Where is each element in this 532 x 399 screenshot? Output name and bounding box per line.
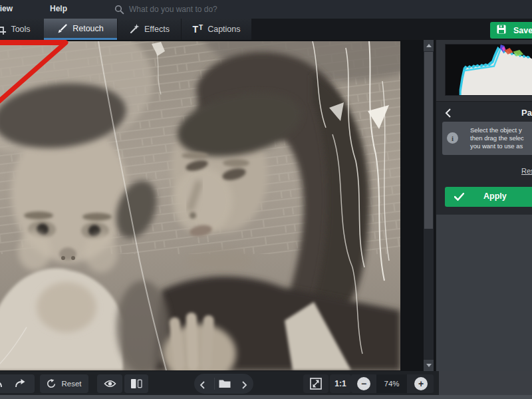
reset-label: Reset xyxy=(61,380,81,388)
tab-retouch[interactable]: Retouch xyxy=(44,19,117,40)
reset-tool-link[interactable]: Reset xyxy=(521,167,532,175)
tab-bar: Tools Retouch Effects TT Captions xyxy=(0,19,532,40)
tab-label: Captions xyxy=(207,25,240,34)
canvas-area xyxy=(0,40,436,371)
zoom-level: 74% xyxy=(376,374,407,393)
chevron-left-icon xyxy=(200,381,205,389)
info-note: i Select the object y then drag the sele… xyxy=(442,122,532,155)
save-button[interactable]: Save xyxy=(490,22,532,39)
scrollbar-thumb[interactable] xyxy=(424,52,433,229)
brush-icon xyxy=(57,23,68,34)
next-photo-button[interactable] xyxy=(242,380,247,392)
undo-redo-group xyxy=(0,374,35,393)
photo-navigation xyxy=(194,374,253,394)
chevron-right-icon xyxy=(242,381,247,389)
undo-button[interactable] xyxy=(0,379,3,388)
tab-label: Tools xyxy=(11,25,30,34)
info-icon: i xyxy=(447,132,458,144)
apply-button[interactable]: Apply xyxy=(445,187,532,207)
fit-to-screen-button[interactable] xyxy=(303,374,329,393)
panel-bottom-area xyxy=(439,371,532,395)
panel-divider xyxy=(436,101,532,102)
save-label: Save xyxy=(513,26,532,35)
photo-being-edited[interactable] xyxy=(0,41,400,370)
panel-lower-area xyxy=(436,214,532,371)
scroll-up-button[interactable] xyxy=(424,40,434,51)
tab-label: Retouch xyxy=(72,24,104,33)
crop-icon xyxy=(0,25,6,35)
redo-button[interactable] xyxy=(14,379,26,388)
undo-icon xyxy=(0,379,3,388)
text-icon: TT xyxy=(192,25,203,34)
reset-icon xyxy=(47,379,56,388)
bottom-toolbar: Reset 1:1 − 74% + xyxy=(0,371,439,395)
window-bottom-strip xyxy=(0,395,532,399)
zoom-controls: − 74% + xyxy=(351,374,434,393)
magic-wand-icon xyxy=(129,24,140,35)
save-icon xyxy=(497,25,506,36)
tab-tools[interactable]: Tools xyxy=(0,19,44,40)
tab-label: Effects xyxy=(144,25,170,34)
fit-to-screen-icon xyxy=(310,378,322,390)
vertical-scrollbar[interactable] xyxy=(424,40,434,371)
zoom-out-button[interactable]: − xyxy=(357,377,370,390)
info-line: Select the object y xyxy=(470,126,522,134)
right-panel: Pa i Select the object y then drag the s… xyxy=(436,40,532,371)
search-icon xyxy=(114,5,124,17)
menu-bar: View Help xyxy=(0,0,532,19)
panel-back-button[interactable] xyxy=(445,107,456,119)
folder-icon xyxy=(219,379,231,388)
menu-item-help[interactable]: Help xyxy=(50,4,67,13)
chevron-left-icon xyxy=(445,108,451,118)
reset-button[interactable]: Reset xyxy=(40,374,88,393)
show-original-button[interactable] xyxy=(97,374,122,393)
before-after-button[interactable] xyxy=(124,374,148,393)
histogram xyxy=(445,44,532,96)
eye-icon xyxy=(104,379,116,388)
scroll-down-button[interactable] xyxy=(424,360,434,371)
menu-item-view[interactable]: View xyxy=(0,4,13,13)
check-icon xyxy=(454,193,464,201)
histogram-section xyxy=(436,40,532,101)
info-line: then drag the selec xyxy=(470,134,524,142)
before-after-icon xyxy=(131,379,142,388)
triangle-up-icon xyxy=(426,44,432,47)
zoom-in-button[interactable]: + xyxy=(414,377,428,390)
tab-captions[interactable]: TT Captions xyxy=(182,19,251,40)
panel-title: Pa xyxy=(521,108,532,118)
search-input[interactable] xyxy=(129,3,355,16)
tab-effects[interactable]: Effects xyxy=(118,19,181,40)
actual-size-button[interactable]: 1:1 xyxy=(330,374,351,393)
triangle-down-icon xyxy=(426,364,432,367)
divider xyxy=(214,378,215,390)
info-line: you want to use as xyxy=(470,142,523,150)
previous-photo-button[interactable] xyxy=(200,380,205,392)
apply-label: Apply xyxy=(483,192,507,201)
redo-icon xyxy=(14,379,26,388)
open-folder-button[interactable] xyxy=(219,379,231,391)
photo-editor-window: View Help Tools Retouch Effects xyxy=(0,0,532,399)
